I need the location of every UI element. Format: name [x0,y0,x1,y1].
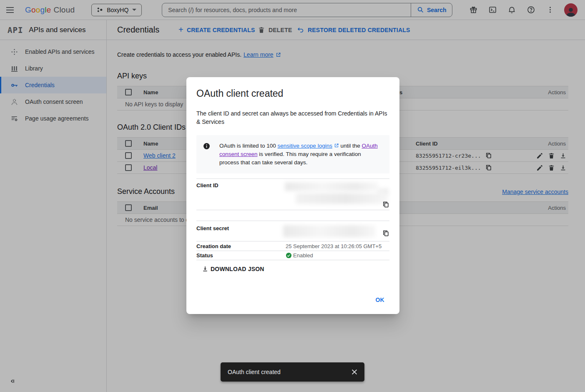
creation-date-value: 25 September 2023 at 10:26:05 GMT+5 [286,243,389,249]
google-cloud-console: Google Cloud BoxyHQ Search [0,0,585,392]
snackbar-close-button[interactable] [350,368,359,376]
download-icon [202,266,208,272]
snackbar: OAuth client created [221,362,364,382]
copy-client-secret-button[interactable] [382,230,389,237]
redacted-client-id [378,188,389,195]
verification-notice: OAuth is limited to 100 sensitive scope … [196,135,389,173]
copy-client-id-button[interactable] [382,201,389,208]
redacted-client-id [296,193,388,204]
oauth-client-created-dialog: OAuth client created The client ID and s… [186,77,399,314]
dialog-title: OAuth client created [196,88,389,99]
dialog-fields: Client ID Client secret [196,178,389,260]
redacted-client-id [285,182,378,191]
external-link-icon [334,142,339,147]
snackbar-message: OAuth client created [228,369,281,375]
client-id-row: Client ID [196,178,389,210]
download-json-button[interactable]: DOWNLOAD JSON [202,266,264,272]
client-secret-row: Client secret [196,221,389,241]
status-badge: Enabled [293,252,313,259]
status-row: Status Enabled [196,251,389,260]
info-icon [203,143,210,150]
dialog-description: The client ID and secret can always be a… [196,109,388,126]
status-ok-icon [286,252,292,259]
sensitive-scope-logins-link[interactable]: sensitive scope logins [278,143,332,149]
spacer-row [196,210,389,221]
ok-button[interactable]: OK [371,293,389,307]
close-icon [350,368,359,376]
redacted-client-secret [283,225,376,237]
creation-date-row: Creation date 25 September 2023 at 10:26… [196,241,389,251]
